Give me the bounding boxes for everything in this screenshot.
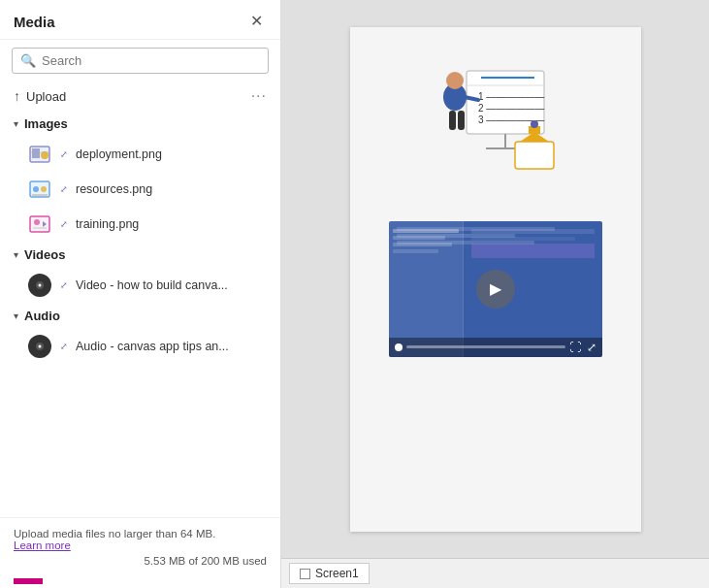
deployment-thumb — [27, 142, 52, 167]
search-bar[interactable]: 🔍 — [12, 48, 269, 74]
sidebar-title: Media — [14, 14, 55, 30]
sidebar-content: ▾ Images ⤢ deployment.png — [0, 111, 280, 517]
svg-point-5 — [33, 186, 39, 192]
svg-rect-29 — [458, 111, 465, 130]
search-input[interactable] — [42, 53, 260, 68]
close-button[interactable]: ✕ — [246, 12, 267, 31]
svg-text:1 ——————: 1 —————— — [478, 91, 544, 102]
canvas-area: 1 —————— 2 —————— 3 —————— — [281, 0, 709, 558]
video-progress-bar: ⛶ ⤢ — [389, 338, 602, 357]
upload-label: Upload — [26, 89, 66, 104]
progress-track — [406, 345, 565, 348]
fullscreen-icon[interactable]: ⛶ — [569, 341, 581, 354]
svg-point-33 — [531, 120, 538, 128]
images-section-header[interactable]: ▾ Images — [0, 111, 280, 137]
canvas-frame: 1 —————— 2 —————— 3 —————— — [350, 27, 641, 532]
usage-text: 5.53 MB of 200 MB used — [14, 555, 267, 567]
videos-chevron-icon: ▾ — [14, 249, 18, 260]
videos-section-header[interactable]: ▾ Videos — [0, 242, 280, 268]
list-item[interactable]: ⤢ training.png — [0, 207, 280, 242]
svg-text:2 ——————: 2 —————— — [478, 103, 544, 114]
svg-rect-28 — [449, 111, 456, 130]
resources-thumb — [27, 177, 52, 202]
video-icon — [28, 274, 51, 297]
audio-icon — [28, 335, 51, 358]
resize-handle-icon: ⤢ — [60, 281, 68, 290]
svg-point-6 — [41, 186, 47, 192]
svg-rect-30 — [515, 142, 554, 169]
svg-point-16 — [39, 345, 42, 348]
videos-section-label: Videos — [24, 247, 65, 262]
audio-thumb — [27, 334, 52, 359]
audio-section-header[interactable]: ▾ Audio — [0, 303, 280, 329]
list-item[interactable]: ⤢ deployment.png — [0, 137, 280, 172]
expand-icon[interactable]: ⤢ — [587, 341, 596, 354]
progress-dot — [395, 343, 403, 351]
canvas-video-thumbnail[interactable]: ▶ ⛶ ⤢ — [389, 221, 602, 357]
audio-label: Audio - canvas app tips an... — [76, 340, 229, 353]
resources-label: resources.png — [76, 182, 152, 196]
footer-info-text: Upload media files no larger than 64 MB. — [14, 528, 215, 539]
training-label: training.png — [76, 217, 139, 231]
svg-point-13 — [39, 284, 42, 287]
resize-handle-icon: ⤢ — [60, 185, 68, 194]
main-canvas-area: 1 —————— 2 —————— 3 —————— — [281, 0, 709, 588]
app-container: Media ✕ 🔍 ↑ Upload ··· ▾ Images — [0, 0, 709, 588]
images-section-label: Images — [24, 116, 68, 131]
video-thumb — [27, 273, 52, 298]
upload-more-icon[interactable]: ··· — [251, 87, 267, 105]
list-item[interactable]: ⤢ resources.png — [0, 172, 280, 207]
upload-left: ↑ Upload — [14, 88, 66, 104]
sidebar-header: Media ✕ — [0, 0, 280, 40]
training-thumb — [27, 212, 52, 237]
list-item[interactable]: ⤢ Audio - canvas app tips an... — [0, 329, 280, 364]
audio-chevron-icon: ▾ — [14, 310, 18, 321]
resize-handle-icon: ⤢ — [60, 343, 68, 351]
sidebar-progress-bar — [14, 578, 43, 584]
screen-checkbox-icon — [300, 569, 310, 579]
sidebar-footer: Upload media files no larger than 64 MB.… — [0, 517, 280, 574]
screen1-tab[interactable]: Screen1 — [289, 563, 370, 584]
svg-rect-7 — [32, 194, 48, 196]
search-icon: 🔍 — [20, 53, 36, 68]
images-chevron-icon: ▾ — [14, 118, 18, 129]
resize-handle-icon: ⤢ — [60, 220, 68, 229]
canvas-image-presenter: 1 —————— 2 —————— 3 —————— — [399, 47, 593, 202]
media-panel: Media ✕ 🔍 ↑ Upload ··· ▾ Images — [0, 0, 281, 588]
list-item[interactable]: ⤢ Video - how to build canva... — [0, 268, 280, 303]
deployment-label: deployment.png — [76, 147, 162, 161]
tab-bar: Screen1 — [281, 558, 709, 588]
upload-icon: ↑ — [14, 88, 20, 104]
screen1-label: Screen1 — [315, 567, 359, 580]
learn-more-link[interactable]: Learn more — [14, 539, 71, 551]
svg-point-9 — [34, 219, 40, 225]
resize-handle-icon: ⤢ — [60, 150, 68, 159]
footer-info: Upload media files no larger than 64 MB. — [14, 528, 267, 539]
video-play-button[interactable]: ▶ — [476, 270, 515, 309]
footer-learn-more: Learn more — [14, 539, 267, 551]
audio-section-label: Audio — [24, 309, 60, 323]
svg-rect-1 — [32, 148, 40, 158]
svg-point-26 — [446, 72, 464, 89]
svg-rect-10 — [33, 227, 47, 229]
video-controls: ⛶ ⤢ — [569, 341, 596, 354]
video-label: Video - how to build canva... — [76, 278, 228, 292]
upload-row[interactable]: ↑ Upload ··· — [0, 82, 280, 111]
